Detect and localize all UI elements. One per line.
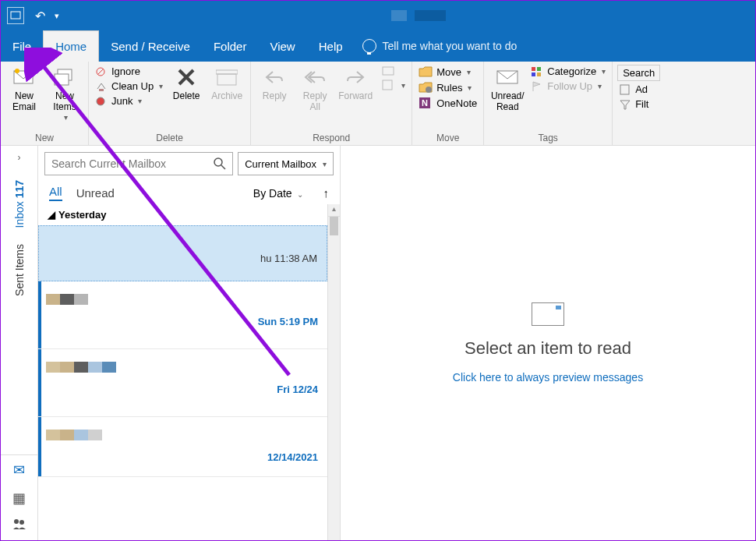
rules-icon: [419, 81, 433, 94]
funnel-icon: [619, 99, 631, 110]
group-delete: Ignore Clean Up▾ Junk▾ Delete Archive De…: [89, 62, 251, 145]
delete-button[interactable]: Delete: [168, 65, 205, 102]
message-item[interactable]: 12/14/2021: [38, 417, 327, 477]
unread-read-button[interactable]: Unread/ Read: [489, 65, 526, 113]
tell-me-search[interactable]: Tell me what you want to do: [362, 30, 518, 62]
move-button[interactable]: Move▾: [417, 65, 479, 79]
envelope-icon: [495, 65, 520, 90]
preview-link[interactable]: Click here to always preview messages: [453, 371, 643, 384]
address-book-button[interactable]: Ad: [617, 83, 660, 96]
label: Search: [623, 67, 655, 79]
junk-button[interactable]: Junk▾: [94, 94, 164, 108]
label: Junk: [111, 95, 132, 107]
search-people-button[interactable]: Search: [617, 65, 660, 81]
label: Yesterday: [58, 209, 106, 221]
redacted-sender: [46, 430, 318, 440]
svg-rect-14: [383, 67, 394, 75]
label: Delete: [173, 91, 200, 102]
address-book-icon: [619, 84, 631, 95]
label: Follow Up: [547, 80, 592, 92]
people-nav-icon[interactable]: [12, 518, 26, 534]
ignore-icon: [95, 66, 108, 77]
tab-help[interactable]: Help: [307, 30, 355, 62]
svg-point-16: [426, 87, 432, 93]
label: Forward: [338, 91, 373, 102]
folder-inbox[interactable]: Inbox 117: [13, 172, 26, 236]
unread-indicator: [38, 417, 41, 476]
message-timestamp: 12/14/2021: [267, 451, 318, 463]
filter-unread[interactable]: Unread: [76, 186, 115, 200]
sort-direction-icon[interactable]: ↑: [323, 186, 330, 200]
forward-button[interactable]: Forward: [337, 65, 374, 102]
scrollbar[interactable]: ▴: [327, 204, 340, 540]
chevron-down-icon: ▾: [323, 160, 327, 168]
expand-nav-icon[interactable]: ›: [18, 152, 21, 163]
message-timestamp: hu 11:38 AM: [260, 253, 317, 264]
new-email-button[interactable]: New Email: [5, 65, 43, 113]
categorize-icon: [531, 66, 543, 77]
group-label: Tags: [489, 131, 607, 145]
chevron-down-icon: ▾: [159, 82, 163, 90]
reply-button[interactable]: Reply: [256, 65, 293, 102]
svg-line-6: [97, 69, 104, 75]
new-email-icon: [12, 65, 37, 90]
label: New Email: [12, 91, 36, 113]
cleanup-button[interactable]: Clean Up▾: [94, 80, 164, 93]
folder-sent-items[interactable]: Sent Items: [13, 236, 26, 304]
tab-folder[interactable]: Folder: [202, 30, 259, 62]
search-scope-dropdown[interactable]: Current Mailbox▾: [238, 152, 334, 175]
filter-email-button[interactable]: Filt: [617, 97, 660, 111]
filter-all[interactable]: All: [49, 185, 62, 201]
ignore-button[interactable]: Ignore: [94, 65, 164, 78]
qat-dropdown-icon[interactable]: ▾: [55, 11, 59, 21]
new-items-button[interactable]: New Items▾: [46, 65, 83, 122]
reply-all-button[interactable]: Reply All: [296, 65, 334, 113]
mail-nav-icon[interactable]: ✉: [13, 461, 25, 479]
onenote-button[interactable]: NOneNote: [417, 96, 479, 110]
svg-line-28: [221, 165, 225, 169]
scroll-thumb[interactable]: [330, 217, 338, 235]
outlook-icon: [7, 7, 24, 24]
nav-switcher: ✉ ▦: [1, 454, 37, 540]
title-bar: ↶ ▾: [1, 1, 755, 30]
label: Rules: [436, 82, 462, 94]
label: Reply All: [303, 91, 327, 113]
message-item[interactable]: Sun 5:19 PM: [38, 281, 327, 349]
more-respond-button[interactable]: ▾: [380, 79, 407, 91]
tab-home[interactable]: Home: [43, 30, 99, 62]
followup-button[interactable]: Follow Up▾: [529, 80, 607, 93]
archive-button[interactable]: Archive: [208, 65, 246, 102]
search-mailbox-input[interactable]: [44, 152, 233, 175]
categorize-button[interactable]: Categorize▾: [529, 65, 607, 78]
lightbulb-icon: [362, 39, 376, 53]
message-timestamp: Sun 5:19 PM: [258, 316, 318, 327]
search-icon[interactable]: [214, 157, 226, 170]
envelope-icon: [532, 302, 564, 326]
tab-file[interactable]: File: [1, 30, 43, 62]
undo-icon[interactable]: ↶: [35, 9, 45, 23]
sort-by-date[interactable]: By Date ⌄: [253, 187, 303, 200]
date-group-header[interactable]: ◢Yesterday: [38, 204, 327, 225]
chevron-down-icon: ⌄: [297, 190, 303, 199]
redacted-sender: [46, 362, 318, 373]
svg-rect-13: [216, 70, 238, 74]
message-list: ◢Yesterday hu 11:38 AM Sun 5:19 PM Fri 1…: [38, 204, 327, 540]
rules-button[interactable]: Rules▾: [417, 80, 479, 94]
tab-send-receive[interactable]: Send / Receive: [99, 30, 202, 62]
message-item[interactable]: Fri 12/24: [38, 349, 327, 417]
group-label: Respond: [256, 131, 407, 145]
calendar-nav-icon[interactable]: ▦: [12, 490, 26, 507]
scroll-up-icon[interactable]: ▴: [328, 204, 340, 217]
label: Clean Up: [111, 80, 154, 92]
label: New Items: [53, 91, 76, 113]
folder-icon: [419, 65, 433, 78]
search-field[interactable]: [51, 157, 214, 170]
svg-rect-22: [532, 72, 535, 76]
label: Ad: [635, 83, 648, 95]
label: Ignore: [111, 65, 140, 77]
message-item[interactable]: hu 11:38 AM: [38, 225, 327, 281]
more-icon: [382, 80, 396, 90]
meeting-button[interactable]: [380, 65, 407, 77]
label: Move: [436, 66, 461, 78]
tab-view[interactable]: View: [258, 30, 306, 62]
